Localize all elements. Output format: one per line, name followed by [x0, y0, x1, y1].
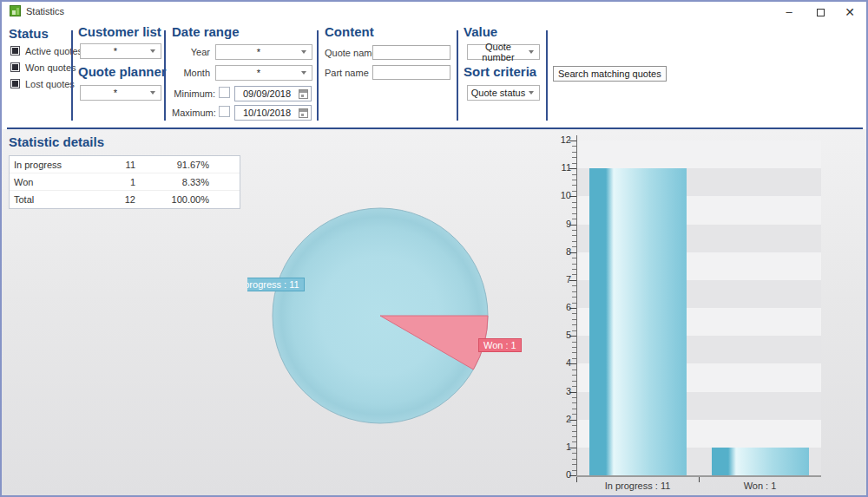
calendar-icon[interactable]	[299, 89, 308, 99]
ylabel: 12	[549, 134, 571, 145]
chevron-down-icon	[301, 50, 306, 54]
quote-planner-combobox[interactable]: *	[80, 85, 161, 101]
xtick	[699, 477, 700, 482]
bar-chart: In progress : 11 Won : 1 012345678910111…	[549, 130, 868, 495]
ylabel: 1	[549, 441, 571, 452]
lost-quotes-checkbox[interactable]	[10, 79, 20, 88]
status-heading: Status	[9, 26, 49, 41]
separator	[71, 30, 73, 121]
year-label: Year	[172, 47, 210, 57]
minimum-date-field[interactable]: 09/09/2018	[234, 86, 312, 101]
maximize-button[interactable]	[806, 2, 835, 23]
table-row: In progress 11 91.67%	[10, 156, 240, 173]
pie-chart: In progress : 11 Won : 1	[247, 197, 542, 440]
customer-list-value: *	[81, 46, 150, 56]
chevron-down-icon	[301, 71, 306, 75]
month-combobox[interactable]: *	[215, 65, 312, 81]
won-quotes-checkbox[interactable]	[10, 62, 20, 72]
row-percent: 100.00%	[135, 194, 209, 205]
separator	[317, 30, 319, 121]
row-label: In progress	[10, 160, 101, 170]
separator	[457, 30, 458, 121]
app-icon	[10, 5, 21, 16]
statistics-panel: Statistic details In progress 11 91.67% …	[2, 129, 866, 495]
customer-list-combobox[interactable]: *	[80, 43, 161, 59]
part-name-input[interactable]	[372, 65, 450, 80]
sort-criteria-heading: Sort criteria	[464, 64, 536, 79]
bar	[712, 448, 809, 475]
search-matching-quotes-button[interactable]: Search matching quotes	[553, 66, 667, 82]
statistic-details-table: In progress 11 91.67% Won 1 8.33% Total …	[9, 155, 240, 209]
minimum-label: Minimum:	[172, 88, 215, 99]
separator	[546, 30, 548, 121]
minimum-checkbox[interactable]	[219, 87, 230, 98]
chevron-down-icon	[150, 49, 155, 53]
row-label: Total	[10, 194, 101, 205]
window-title: Statistics	[26, 6, 64, 16]
minimize-button[interactable]: –	[774, 2, 804, 23]
maximize-icon	[817, 9, 825, 16]
ylabel: 0	[549, 469, 571, 480]
close-button[interactable]: ✕	[835, 2, 865, 23]
month-label: Month	[172, 68, 210, 78]
ylabel: 9	[549, 219, 571, 229]
ylabel: 7	[549, 274, 571, 284]
value-combobox[interactable]: Quote number	[467, 44, 540, 60]
maximum-checkbox[interactable]	[219, 106, 230, 117]
calendar-icon[interactable]	[299, 108, 308, 118]
active-quotes-checkbox[interactable]	[10, 46, 20, 56]
ylabel: 5	[549, 330, 571, 340]
pie-label-in-progress: In progress : 11	[247, 278, 305, 291]
customer-list-heading: Customer list	[78, 24, 161, 39]
statistic-details-heading: Statistic details	[9, 134, 104, 149]
ylabel: 4	[549, 357, 571, 368]
content-heading: Content	[325, 24, 374, 39]
quote-planner-heading: Quote planner	[78, 64, 167, 79]
value-heading: Value	[464, 24, 497, 39]
separator	[164, 30, 166, 121]
quote-planner-value: *	[81, 88, 150, 98]
ylabel: 3	[549, 386, 571, 396]
date-range-heading: Date range	[172, 24, 240, 39]
row-percent: 8.33%	[135, 177, 209, 187]
ylabel: 10	[549, 190, 571, 200]
ylabel: 8	[549, 246, 571, 257]
year-value: *	[216, 47, 301, 57]
ylabel: 2	[549, 414, 571, 424]
chevron-down-icon	[529, 50, 534, 54]
app-window: Statistics – ✕ Status Active quotes Won …	[0, 0, 868, 497]
chevron-down-icon	[529, 91, 534, 95]
bar	[589, 168, 687, 475]
row-count: 1	[101, 177, 135, 187]
title-bar: Statistics – ✕	[2, 2, 866, 21]
row-count: 11	[101, 160, 135, 170]
pie-chart-svg	[247, 197, 542, 440]
sort-criteria-selected: Quote status	[468, 88, 529, 98]
maximum-date-field[interactable]: 10/10/2018	[234, 105, 312, 121]
bar-category-label: In progress : 11	[576, 481, 699, 491]
won-quotes-label: Won quotes	[25, 62, 76, 73]
row-percent: 91.67%	[135, 160, 209, 170]
sort-criteria-combobox[interactable]: Quote status	[467, 85, 540, 101]
row-count: 12	[101, 194, 135, 205]
filter-toolbar: Status Active quotes Won quotes Lost quo…	[2, 21, 866, 128]
table-row: Total 12 100.00%	[10, 191, 240, 208]
bar-category-label: Won : 1	[699, 481, 821, 491]
ylabel: 6	[549, 302, 571, 312]
yaxis	[576, 135, 577, 475]
quote-name-label: Quote name	[325, 48, 378, 58]
chevron-down-icon	[150, 91, 155, 95]
pie-label-won: Won : 1	[478, 338, 522, 352]
active-quotes-label: Active quotes	[25, 46, 82, 56]
ylabel: 11	[549, 162, 571, 173]
maximum-date-value: 10/10/2018	[235, 108, 299, 118]
maximum-label: Maximum:	[172, 108, 215, 118]
value-selected: Quote number	[468, 42, 529, 62]
year-combobox[interactable]: *	[215, 44, 312, 60]
xtick	[576, 477, 577, 482]
month-value: *	[216, 68, 301, 78]
row-label: Won	[10, 177, 101, 187]
table-row: Won 1 8.33%	[10, 173, 240, 191]
part-name-label: Part name	[325, 68, 369, 78]
quote-name-input[interactable]	[372, 45, 450, 60]
